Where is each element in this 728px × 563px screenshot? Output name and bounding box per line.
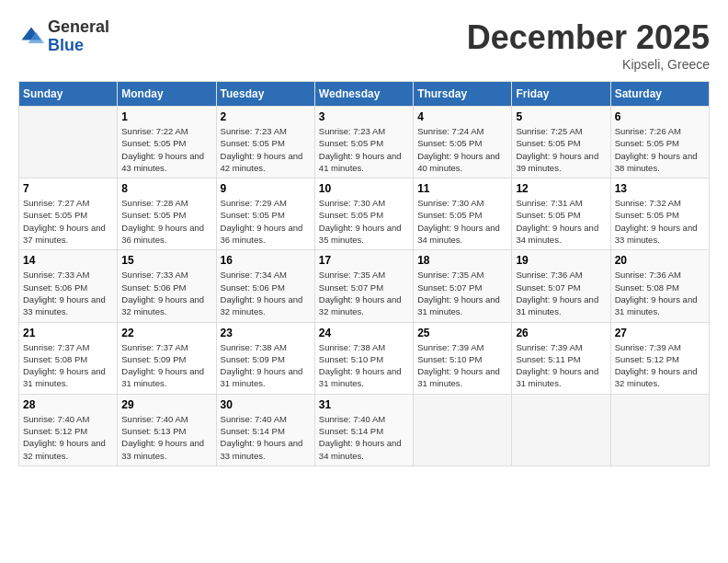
day-number: 8	[121, 182, 211, 195]
header-friday: Friday	[512, 82, 610, 107]
day-number: 28	[23, 398, 113, 411]
day-number: 30	[221, 398, 311, 411]
day-cell: 16Sunrise: 7:34 AMSunset: 5:06 PMDayligh…	[216, 250, 314, 322]
day-info: Sunrise: 7:29 AMSunset: 5:05 PMDaylight:…	[221, 197, 311, 246]
day-info: Sunrise: 7:23 AMSunset: 5:05 PMDaylight:…	[319, 125, 409, 174]
header-tuesday: Tuesday	[216, 82, 314, 107]
week-row-3: 14Sunrise: 7:33 AMSunset: 5:06 PMDayligh…	[19, 250, 710, 322]
day-cell: 3Sunrise: 7:23 AMSunset: 5:05 PMDaylight…	[314, 107, 413, 178]
day-info: Sunrise: 7:37 AMSunset: 5:08 PMDaylight:…	[23, 341, 113, 390]
day-info: Sunrise: 7:33 AMSunset: 5:06 PMDaylight:…	[23, 269, 113, 317]
day-cell: 30Sunrise: 7:40 AMSunset: 5:14 PMDayligh…	[216, 394, 314, 465]
day-cell	[512, 394, 610, 465]
day-number: 25	[417, 327, 507, 339]
day-number: 5	[516, 110, 606, 123]
day-info: Sunrise: 7:39 AMSunset: 5:11 PMDaylight:…	[516, 341, 606, 390]
day-cell: 14Sunrise: 7:33 AMSunset: 5:06 PMDayligh…	[19, 250, 118, 322]
month-title: December 2025	[467, 18, 710, 57]
day-cell: 12Sunrise: 7:31 AMSunset: 5:05 PMDayligh…	[512, 178, 610, 250]
day-cell	[19, 107, 118, 178]
day-number: 2	[221, 110, 311, 123]
day-cell: 29Sunrise: 7:40 AMSunset: 5:13 PMDayligh…	[118, 394, 216, 465]
day-info: Sunrise: 7:30 AMSunset: 5:05 PMDaylight:…	[417, 197, 507, 246]
day-number: 11	[417, 182, 507, 195]
day-number: 18	[417, 254, 507, 267]
day-cell: 9Sunrise: 7:29 AMSunset: 5:05 PMDaylight…	[216, 178, 314, 250]
day-info: Sunrise: 7:27 AMSunset: 5:05 PMDaylight:…	[23, 197, 113, 246]
day-cell: 5Sunrise: 7:25 AMSunset: 5:05 PMDaylight…	[512, 107, 610, 178]
day-info: Sunrise: 7:40 AMSunset: 5:13 PMDaylight:…	[121, 413, 211, 462]
day-info: Sunrise: 7:22 AMSunset: 5:05 PMDaylight:…	[121, 125, 211, 174]
day-cell: 6Sunrise: 7:26 AMSunset: 5:05 PMDaylight…	[610, 107, 709, 178]
day-number: 20	[615, 254, 705, 267]
day-cell: 24Sunrise: 7:38 AMSunset: 5:10 PMDayligh…	[314, 322, 413, 394]
logo-text: General Blue	[48, 18, 109, 55]
day-info: Sunrise: 7:34 AMSunset: 5:06 PMDaylight:…	[221, 269, 311, 317]
day-number: 14	[23, 254, 113, 267]
day-info: Sunrise: 7:39 AMSunset: 5:10 PMDaylight:…	[417, 341, 507, 390]
day-info: Sunrise: 7:35 AMSunset: 5:07 PMDaylight:…	[319, 269, 409, 317]
day-info: Sunrise: 7:39 AMSunset: 5:12 PMDaylight:…	[615, 341, 705, 390]
logo-general: General	[48, 17, 109, 36]
day-cell: 27Sunrise: 7:39 AMSunset: 5:12 PMDayligh…	[610, 322, 709, 394]
header-sunday: Sunday	[19, 82, 118, 107]
title-area: December 2025 Kipseli, Greece	[467, 18, 710, 72]
day-cell: 25Sunrise: 7:39 AMSunset: 5:10 PMDayligh…	[414, 322, 512, 394]
week-row-2: 7Sunrise: 7:27 AMSunset: 5:05 PMDaylight…	[19, 178, 710, 250]
week-row-4: 21Sunrise: 7:37 AMSunset: 5:08 PMDayligh…	[19, 322, 710, 394]
day-cell: 20Sunrise: 7:36 AMSunset: 5:08 PMDayligh…	[610, 250, 709, 322]
day-info: Sunrise: 7:38 AMSunset: 5:09 PMDaylight:…	[221, 341, 311, 390]
day-cell: 2Sunrise: 7:23 AMSunset: 5:05 PMDaylight…	[216, 107, 314, 178]
location: Kipseli, Greece	[467, 57, 710, 72]
day-info: Sunrise: 7:36 AMSunset: 5:07 PMDaylight:…	[516, 269, 606, 317]
day-number: 13	[615, 182, 705, 195]
calendar-table: SundayMondayTuesdayWednesdayThursdayFrid…	[18, 81, 710, 466]
day-cell: 8Sunrise: 7:28 AMSunset: 5:05 PMDaylight…	[118, 178, 216, 250]
day-info: Sunrise: 7:36 AMSunset: 5:08 PMDaylight:…	[615, 269, 705, 317]
day-number: 27	[615, 327, 705, 339]
day-number: 24	[319, 327, 409, 339]
day-info: Sunrise: 7:30 AMSunset: 5:05 PMDaylight:…	[319, 197, 409, 246]
day-number: 26	[516, 327, 606, 339]
day-cell: 31Sunrise: 7:40 AMSunset: 5:14 PMDayligh…	[314, 394, 413, 465]
day-cell: 1Sunrise: 7:22 AMSunset: 5:05 PMDaylight…	[118, 107, 216, 178]
day-number: 4	[417, 110, 507, 123]
day-cell	[610, 394, 709, 465]
day-info: Sunrise: 7:31 AMSunset: 5:05 PMDaylight:…	[516, 197, 606, 246]
header-row: SundayMondayTuesdayWednesdayThursdayFrid…	[19, 82, 710, 107]
day-cell: 13Sunrise: 7:32 AMSunset: 5:05 PMDayligh…	[610, 178, 709, 250]
day-number: 9	[221, 182, 311, 195]
day-cell: 18Sunrise: 7:35 AMSunset: 5:07 PMDayligh…	[414, 250, 512, 322]
day-cell: 4Sunrise: 7:24 AMSunset: 5:05 PMDaylight…	[414, 107, 512, 178]
day-cell: 10Sunrise: 7:30 AMSunset: 5:05 PMDayligh…	[314, 178, 413, 250]
header-wednesday: Wednesday	[314, 82, 413, 107]
day-info: Sunrise: 7:37 AMSunset: 5:09 PMDaylight:…	[121, 341, 211, 390]
day-number: 15	[121, 254, 211, 267]
day-info: Sunrise: 7:28 AMSunset: 5:05 PMDaylight:…	[121, 197, 211, 246]
day-number: 7	[23, 182, 113, 195]
day-info: Sunrise: 7:40 AMSunset: 5:12 PMDaylight:…	[23, 413, 113, 462]
day-cell: 28Sunrise: 7:40 AMSunset: 5:12 PMDayligh…	[19, 394, 118, 465]
day-cell: 15Sunrise: 7:33 AMSunset: 5:06 PMDayligh…	[118, 250, 216, 322]
day-cell: 26Sunrise: 7:39 AMSunset: 5:11 PMDayligh…	[512, 322, 610, 394]
day-cell: 7Sunrise: 7:27 AMSunset: 5:05 PMDaylight…	[19, 178, 118, 250]
day-number: 16	[221, 254, 311, 267]
day-cell: 19Sunrise: 7:36 AMSunset: 5:07 PMDayligh…	[512, 250, 610, 322]
header-thursday: Thursday	[414, 82, 512, 107]
day-info: Sunrise: 7:23 AMSunset: 5:05 PMDaylight:…	[221, 125, 311, 174]
day-number: 17	[319, 254, 409, 267]
day-number: 3	[319, 110, 409, 123]
day-number: 10	[319, 182, 409, 195]
day-info: Sunrise: 7:24 AMSunset: 5:05 PMDaylight:…	[417, 125, 507, 174]
day-cell: 17Sunrise: 7:35 AMSunset: 5:07 PMDayligh…	[314, 250, 413, 322]
logo-blue: Blue	[48, 36, 84, 54]
day-number: 31	[319, 398, 409, 411]
day-info: Sunrise: 7:26 AMSunset: 5:05 PMDaylight:…	[615, 125, 705, 174]
day-number: 19	[516, 254, 606, 267]
day-info: Sunrise: 7:40 AMSunset: 5:14 PMDaylight:…	[319, 413, 409, 462]
day-info: Sunrise: 7:38 AMSunset: 5:10 PMDaylight:…	[319, 341, 409, 390]
day-info: Sunrise: 7:33 AMSunset: 5:06 PMDaylight:…	[121, 269, 211, 317]
day-info: Sunrise: 7:32 AMSunset: 5:05 PMDaylight:…	[615, 197, 705, 246]
day-number: 23	[221, 327, 311, 339]
header: General Blue December 2025 Kipseli, Gree…	[18, 18, 710, 72]
